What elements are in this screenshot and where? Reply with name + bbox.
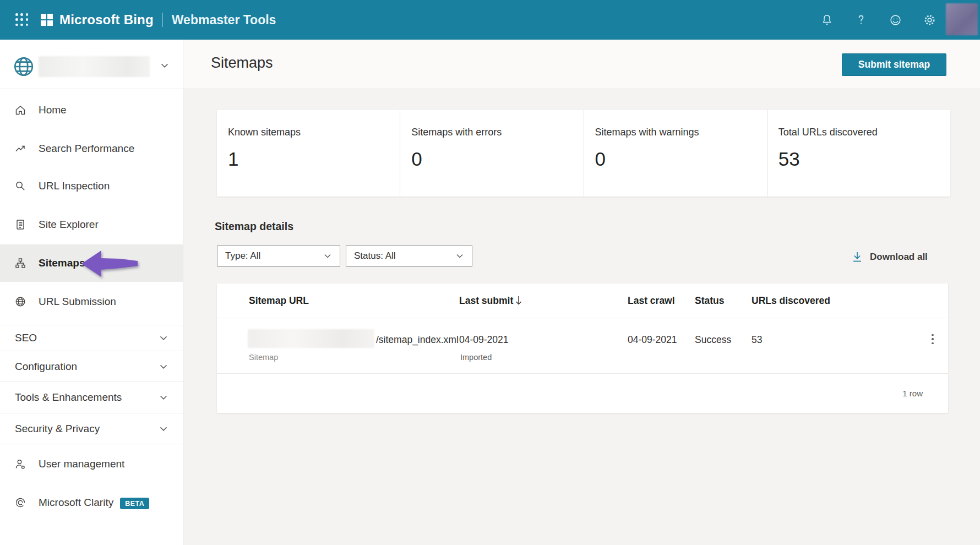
chevron-down-icon	[157, 423, 170, 435]
clarity-logo-icon	[14, 496, 27, 509]
chevron-down-icon	[159, 59, 171, 72]
column-header-status[interactable]: Status	[695, 284, 724, 318]
stat-value: 0	[411, 148, 583, 170]
stat-sitemaps-with-warnings: Sitemaps with warnings 0	[584, 110, 767, 197]
stat-label: Known sitemaps	[228, 127, 400, 138]
section-label: SEO	[15, 332, 37, 344]
product-title: Webmaster Tools	[172, 13, 276, 28]
account-avatar[interactable]	[946, 3, 978, 35]
status-value: Success	[695, 333, 731, 346]
column-header-sitemap-url[interactable]: Sitemap URL	[249, 284, 309, 318]
trend-arrow-icon	[14, 142, 27, 155]
sidebar-item-label: User management	[39, 458, 124, 470]
sidebar-item-url-submission[interactable]: URL Submission	[0, 286, 183, 317]
sitemap-url-link[interactable]: /sitemap_index.xml	[376, 333, 459, 346]
last-submit-value: 04-09-2021	[459, 333, 509, 346]
stat-total-urls-discovered: Total URLs discovered 53	[767, 110, 950, 197]
sidebar-section-tools-enhancements[interactable]: Tools & Enhancements	[0, 382, 183, 413]
section-label: Security & Privacy	[15, 423, 100, 435]
settings-gear-icon[interactable]	[923, 13, 936, 26]
sort-descending-icon[interactable]	[513, 295, 524, 307]
download-icon	[851, 250, 863, 264]
chevron-down-icon	[322, 250, 333, 261]
page-title-bar: Sitemaps Submit sitemap	[183, 40, 980, 89]
sidebar-section-security-privacy[interactable]: Security & Privacy	[0, 413, 183, 444]
sidebar: Home Search Performance URL Inspection	[0, 40, 183, 545]
stat-known-sitemaps: Known sitemaps 1	[217, 110, 400, 197]
type-filter-value: Type: All	[225, 250, 322, 261]
waffle-menu-icon[interactable]	[15, 13, 29, 26]
microsoft-logo-icon	[41, 14, 53, 26]
stat-label: Total URLs discovered	[778, 127, 950, 138]
table-header-divider	[217, 318, 948, 318]
home-icon	[14, 103, 27, 117]
stat-sitemaps-with-errors: Sitemaps with errors 0	[400, 110, 583, 197]
header-actions	[820, 0, 936, 40]
last-submit-note: Imported	[460, 352, 492, 363]
stat-value: 53	[778, 148, 950, 170]
sidebar-section-configuration[interactable]: Configuration	[0, 351, 183, 382]
clarity-label: Microsoft Clarity	[39, 497, 113, 508]
section-label: Configuration	[15, 361, 77, 373]
notifications-bell-icon[interactable]	[820, 13, 834, 26]
sidebar-item-label: Home	[39, 104, 67, 116]
type-filter-dropdown[interactable]: Type: All	[217, 245, 340, 267]
header-brand-group: Microsoft Bing Webmaster Tools	[15, 0, 276, 40]
sidebar-item-microsoft-clarity[interactable]: Microsoft ClarityBETA	[0, 487, 183, 518]
page-title: Sitemaps	[211, 54, 273, 72]
sitemap-type-label: Sitemap	[249, 352, 278, 363]
document-list-icon	[14, 218, 27, 231]
column-header-last-crawl[interactable]: Last crawl	[628, 284, 675, 318]
sidebar-section-seo[interactable]: SEO	[0, 325, 183, 351]
sidebar-item-user-management[interactable]: User management	[0, 449, 183, 479]
sitemaps-table: Sitemap URL Last submit Last crawl Statu…	[217, 284, 948, 413]
sidebar-item-search-performance[interactable]: Search Performance	[0, 133, 183, 164]
chevron-down-icon	[157, 332, 170, 344]
sidebar-item-home[interactable]: Home	[0, 95, 183, 126]
sitemap-details-heading: Sitemap details	[215, 220, 293, 233]
stat-label: Sitemaps with errors	[411, 127, 583, 138]
sidebar-item-site-explorer[interactable]: Site Explorer	[0, 209, 183, 240]
sitemap-url-redacted	[248, 329, 374, 348]
site-globe-icon	[12, 55, 35, 78]
sidebar-item-label: URL Submission	[39, 296, 116, 308]
chevron-down-icon	[157, 361, 170, 373]
user-gear-icon	[14, 457, 27, 471]
help-question-icon[interactable]	[854, 13, 868, 26]
sidebar-item-label: Microsoft ClarityBETA	[39, 497, 149, 509]
column-header-urls-discovered[interactable]: URLs discovered	[752, 284, 830, 318]
beta-badge: BETA	[120, 498, 149, 509]
last-crawl-value: 04-09-2021	[628, 333, 677, 346]
sidebar-item-url-inspection[interactable]: URL Inspection	[0, 171, 183, 201]
row-actions-kebab-icon[interactable]	[925, 331, 940, 347]
globe-icon	[14, 295, 27, 308]
sidebar-item-label: Site Explorer	[39, 219, 99, 231]
status-filter-value: Status: All	[354, 250, 454, 261]
stats-panel: Known sitemaps 1 Sitemaps with errors 0 …	[217, 110, 950, 197]
site-selector[interactable]	[0, 40, 183, 89]
stat-label: Sitemaps with warnings	[595, 127, 767, 138]
sidebar-item-label: URL Inspection	[39, 180, 110, 192]
download-all-label: Download all	[870, 252, 928, 263]
row-count: 1 row	[217, 374, 948, 413]
urls-discovered-value: 53	[752, 333, 762, 346]
section-label: Tools & Enhancements	[15, 391, 122, 404]
submit-sitemap-button[interactable]: Submit sitemap	[842, 53, 946, 76]
sidebar-item-label: Search Performance	[39, 143, 134, 155]
stat-value: 0	[595, 148, 767, 170]
download-all-button[interactable]: Download all	[851, 249, 928, 265]
header-divider	[162, 13, 163, 27]
sidebar-item-sitemaps[interactable]: Sitemaps	[0, 244, 183, 282]
stat-value: 1	[228, 148, 400, 170]
sidebar-item-label: Sitemaps	[39, 257, 85, 269]
site-name-redacted	[39, 56, 150, 77]
chevron-down-icon	[157, 391, 170, 404]
brand-title: Microsoft Bing	[59, 12, 154, 28]
app-header: Microsoft Bing Webmaster Tools	[0, 0, 980, 40]
magnifier-icon	[14, 179, 27, 193]
chevron-down-icon	[454, 250, 465, 261]
feedback-smiley-icon[interactable]	[889, 13, 902, 26]
status-filter-dropdown[interactable]: Status: All	[346, 245, 472, 267]
bing-webmaster-tools-page: Microsoft Bing Webmaster Tools	[0, 0, 980, 545]
column-header-last-submit[interactable]: Last submit	[459, 284, 513, 318]
